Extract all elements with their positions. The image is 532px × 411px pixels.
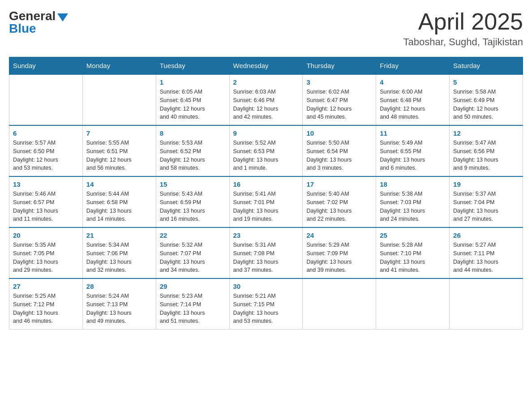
day-number: 20 <box>13 231 79 239</box>
calendar-week-row: 27Sunrise: 5:25 AMSunset: 7:12 PMDayligh… <box>9 278 523 330</box>
day-info: Sunrise: 5:38 AMSunset: 7:03 PMDaylight:… <box>380 190 446 223</box>
day-number: 2 <box>233 78 299 86</box>
day-number: 17 <box>306 180 372 188</box>
day-number: 18 <box>380 180 446 188</box>
day-info: Sunrise: 5:57 AMSunset: 6:50 PMDaylight:… <box>13 139 79 172</box>
day-number: 7 <box>86 129 152 137</box>
calendar-day-cell: 23Sunrise: 5:31 AMSunset: 7:08 PMDayligh… <box>229 227 303 278</box>
day-info: Sunrise: 5:24 AMSunset: 7:13 PMDaylight:… <box>86 292 152 325</box>
day-of-week-header: Monday <box>82 57 156 75</box>
day-number: 13 <box>13 180 79 188</box>
day-of-week-header: Sunday <box>9 57 83 75</box>
calendar-week-row: 20Sunrise: 5:35 AMSunset: 7:05 PMDayligh… <box>9 227 523 278</box>
calendar-day-cell: 18Sunrise: 5:38 AMSunset: 7:03 PMDayligh… <box>376 176 450 227</box>
day-info: Sunrise: 5:32 AMSunset: 7:07 PMDaylight:… <box>160 241 226 274</box>
calendar-day-cell: 30Sunrise: 5:21 AMSunset: 7:15 PMDayligh… <box>229 278 303 330</box>
day-number: 22 <box>160 231 226 239</box>
day-number: 27 <box>13 283 79 290</box>
location-subtitle: Taboshar, Sughd, Tajikistan <box>403 36 523 48</box>
day-number: 26 <box>453 231 519 239</box>
day-of-week-header: Tuesday <box>156 57 229 75</box>
day-number: 5 <box>453 78 519 86</box>
day-number: 19 <box>453 180 519 188</box>
calendar-day-cell: 6Sunrise: 5:57 AMSunset: 6:50 PMDaylight… <box>9 125 83 176</box>
day-info: Sunrise: 5:29 AMSunset: 7:09 PMDaylight:… <box>306 241 372 274</box>
calendar-day-cell: 8Sunrise: 5:53 AMSunset: 6:52 PMDaylight… <box>156 125 229 176</box>
logo-arrow-icon <box>57 13 68 21</box>
day-info: Sunrise: 6:03 AMSunset: 6:46 PMDaylight:… <box>233 88 299 121</box>
logo: General Blue <box>9 9 68 36</box>
title-area: April 2025 Taboshar, Sughd, Tajikistan <box>403 9 523 48</box>
calendar-day-cell <box>303 278 376 330</box>
calendar-week-row: 1Sunrise: 6:05 AMSunset: 6:45 PMDaylight… <box>9 74 523 125</box>
day-info: Sunrise: 5:52 AMSunset: 6:53 PMDaylight:… <box>233 139 299 172</box>
day-number: 8 <box>160 129 226 137</box>
calendar-day-cell <box>9 74 83 125</box>
day-info: Sunrise: 5:44 AMSunset: 6:58 PMDaylight:… <box>86 190 152 223</box>
day-info: Sunrise: 5:27 AMSunset: 7:11 PMDaylight:… <box>453 241 519 274</box>
calendar-day-cell: 1Sunrise: 6:05 AMSunset: 6:45 PMDaylight… <box>156 74 229 125</box>
day-number: 1 <box>160 78 226 86</box>
calendar-week-row: 6Sunrise: 5:57 AMSunset: 6:50 PMDaylight… <box>9 125 523 176</box>
calendar-day-cell <box>82 74 156 125</box>
day-info: Sunrise: 5:28 AMSunset: 7:10 PMDaylight:… <box>380 241 446 274</box>
calendar-day-cell: 13Sunrise: 5:46 AMSunset: 6:57 PMDayligh… <box>9 176 83 227</box>
day-info: Sunrise: 5:43 AMSunset: 6:59 PMDaylight:… <box>160 190 226 223</box>
day-info: Sunrise: 5:23 AMSunset: 7:14 PMDaylight:… <box>160 292 226 325</box>
day-info: Sunrise: 5:21 AMSunset: 7:15 PMDaylight:… <box>233 292 299 325</box>
calendar-day-cell: 29Sunrise: 5:23 AMSunset: 7:14 PMDayligh… <box>156 278 229 330</box>
day-info: Sunrise: 5:41 AMSunset: 7:01 PMDaylight:… <box>233 190 299 223</box>
calendar-day-cell: 22Sunrise: 5:32 AMSunset: 7:07 PMDayligh… <box>156 227 229 278</box>
day-number: 29 <box>160 283 226 290</box>
day-number: 21 <box>86 231 152 239</box>
day-number: 3 <box>306 78 372 86</box>
calendar-day-cell: 16Sunrise: 5:41 AMSunset: 7:01 PMDayligh… <box>229 176 303 227</box>
logo-blue-text: Blue <box>9 21 36 36</box>
day-info: Sunrise: 5:53 AMSunset: 6:52 PMDaylight:… <box>160 139 226 172</box>
calendar-day-cell: 2Sunrise: 6:03 AMSunset: 6:46 PMDaylight… <box>229 74 303 125</box>
day-number: 6 <box>13 129 79 137</box>
calendar-day-cell: 3Sunrise: 6:02 AMSunset: 6:47 PMDaylight… <box>303 74 376 125</box>
day-number: 16 <box>233 180 299 188</box>
day-info: Sunrise: 6:00 AMSunset: 6:48 PMDaylight:… <box>380 88 446 121</box>
calendar-day-cell: 9Sunrise: 5:52 AMSunset: 6:53 PMDaylight… <box>229 125 303 176</box>
day-info: Sunrise: 5:46 AMSunset: 6:57 PMDaylight:… <box>13 190 79 223</box>
calendar-header-row: SundayMondayTuesdayWednesdayThursdayFrid… <box>9 57 523 75</box>
day-number: 15 <box>160 180 226 188</box>
day-number: 4 <box>380 78 446 86</box>
calendar-day-cell: 15Sunrise: 5:43 AMSunset: 6:59 PMDayligh… <box>156 176 229 227</box>
calendar-day-cell: 27Sunrise: 5:25 AMSunset: 7:12 PMDayligh… <box>9 278 83 330</box>
day-number: 11 <box>380 129 446 137</box>
day-info: Sunrise: 5:55 AMSunset: 6:51 PMDaylight:… <box>86 139 152 172</box>
day-number: 12 <box>453 129 519 137</box>
calendar-day-cell: 20Sunrise: 5:35 AMSunset: 7:05 PMDayligh… <box>9 227 83 278</box>
day-number: 28 <box>86 283 152 290</box>
calendar-day-cell: 11Sunrise: 5:49 AMSunset: 6:55 PMDayligh… <box>376 125 450 176</box>
day-info: Sunrise: 5:37 AMSunset: 7:04 PMDaylight:… <box>453 190 519 223</box>
calendar-day-cell <box>450 278 523 330</box>
day-number: 30 <box>233 283 299 290</box>
day-number: 23 <box>233 231 299 239</box>
day-number: 24 <box>306 231 372 239</box>
day-info: Sunrise: 5:49 AMSunset: 6:55 PMDaylight:… <box>380 139 446 172</box>
calendar-day-cell: 12Sunrise: 5:47 AMSunset: 6:56 PMDayligh… <box>450 125 523 176</box>
day-number: 9 <box>233 129 299 137</box>
day-info: Sunrise: 6:05 AMSunset: 6:45 PMDaylight:… <box>160 88 226 121</box>
calendar-day-cell: 21Sunrise: 5:34 AMSunset: 7:06 PMDayligh… <box>82 227 156 278</box>
day-number: 25 <box>380 231 446 239</box>
day-info: Sunrise: 5:58 AMSunset: 6:49 PMDaylight:… <box>453 88 519 121</box>
day-of-week-header: Wednesday <box>229 57 303 75</box>
day-of-week-header: Saturday <box>450 57 523 75</box>
calendar-day-cell: 26Sunrise: 5:27 AMSunset: 7:11 PMDayligh… <box>450 227 523 278</box>
day-info: Sunrise: 6:02 AMSunset: 6:47 PMDaylight:… <box>306 88 372 121</box>
calendar-day-cell: 24Sunrise: 5:29 AMSunset: 7:09 PMDayligh… <box>303 227 376 278</box>
calendar-day-cell: 28Sunrise: 5:24 AMSunset: 7:13 PMDayligh… <box>82 278 156 330</box>
day-info: Sunrise: 5:50 AMSunset: 6:54 PMDaylight:… <box>306 139 372 172</box>
day-of-week-header: Thursday <box>303 57 376 75</box>
calendar-table: SundayMondayTuesdayWednesdayThursdayFrid… <box>9 57 523 330</box>
calendar-week-row: 13Sunrise: 5:46 AMSunset: 6:57 PMDayligh… <box>9 176 523 227</box>
day-number: 14 <box>86 180 152 188</box>
calendar-day-cell: 5Sunrise: 5:58 AMSunset: 6:49 PMDaylight… <box>450 74 523 125</box>
calendar-day-cell <box>376 278 450 330</box>
calendar-day-cell: 25Sunrise: 5:28 AMSunset: 7:10 PMDayligh… <box>376 227 450 278</box>
